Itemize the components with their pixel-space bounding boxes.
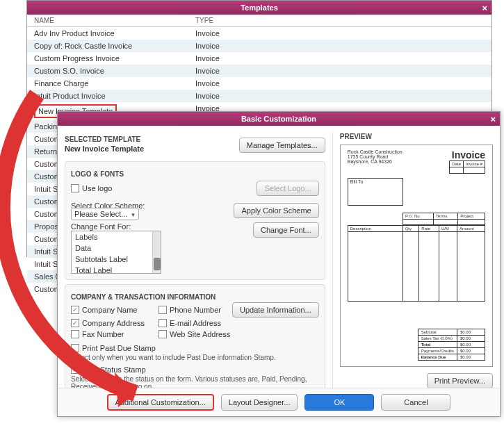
change-font-label: Change Font For: [71,222,161,231]
customization-titlebar: Basic Customization × [58,112,500,126]
font-listbox[interactable]: Labels Data Subtotals Label Total Label [71,231,161,274]
table-row[interactable]: Copy of: Rock Castle InvoiceInvoice [27,40,491,52]
layout-designer-button[interactable]: Layout Designer... [221,394,298,411]
list-item[interactable]: Labels [72,231,161,242]
additional-customization-button[interactable]: Additional Customization... [107,394,214,411]
template-name: New Invoice Template [65,145,235,153]
templates-title: Templates [241,3,278,12]
table-row[interactable]: Custom Progress InvoiceInvoice [27,52,491,65]
past-due-checkbox[interactable]: Print Past Due Stamp [71,344,319,352]
company-info-label: COMPANY & TRANSACTION INFORMATION [71,293,319,301]
preview-label: PREVIEW [340,133,493,140]
table-row[interactable]: Intuit Product InvoiceInvoice [27,90,491,102]
invoice-preview: Rock Castle Construction 1735 County Roa… [340,145,493,367]
cancel-button[interactable]: Cancel [381,394,450,411]
list-item[interactable]: Data [72,242,161,254]
dialog-footer: Additional Customization... Layout Desig… [58,388,500,416]
selected-template-label: SELECTED TEMPLATE [65,135,235,143]
manage-templates-button[interactable]: Manage Templates... [239,138,325,153]
apply-color-button[interactable]: Apply Color Scheme [234,203,318,218]
print-preview-button[interactable]: Print Preview... [427,373,493,388]
phone-checkbox[interactable]: Phone Number [158,306,228,314]
table-row[interactable]: Custom S.O. InvoiceInvoice [27,65,491,77]
logo-fonts-label: LOGO & FONTS [71,170,319,178]
status-stamp-checkbox[interactable]: ✓Print Status Stamp [71,365,319,374]
change-font-button[interactable]: Change Font... [253,222,319,238]
chevron-down-icon: ▼ [127,212,136,218]
basic-customization-window: Basic Customization × SELECTED TEMPLATE … [57,111,501,417]
website-checkbox[interactable]: Web Site Address [158,330,230,338]
table-row[interactable]: Adv Inv Product InvoiceInvoice [27,27,491,40]
col-name: NAME [34,17,195,24]
company-name-checkbox[interactable]: ✓Company Name [71,306,154,314]
company-address-checkbox[interactable]: ✓Company Address [71,319,154,327]
scrollbar[interactable] [152,231,161,273]
templates-titlebar: Templates × [27,1,491,15]
close-icon[interactable]: × [482,3,487,13]
list-item[interactable]: Total Label [72,265,161,274]
col-type: TYPE [195,17,485,24]
list-item[interactable]: Subtotals Label [72,254,161,265]
color-scheme-select[interactable]: Please Select...▼ [71,208,139,220]
select-logo-button[interactable]: Select Logo... [257,181,318,196]
customization-title: Basic Customization [241,115,316,123]
fax-checkbox[interactable]: Fax Number [71,330,154,338]
past-due-note: Select only when you want to include Pas… [71,354,319,361]
templates-header: NAME TYPE [27,15,491,27]
ok-button[interactable]: OK [304,394,374,411]
update-info-button[interactable]: Update Information... [232,302,319,318]
email-checkbox[interactable]: E-mail Address [158,319,221,327]
close-icon[interactable]: × [490,114,496,124]
table-row[interactable]: Finance ChargeInvoice [27,77,491,90]
use-logo-checkbox[interactable]: Use logo [71,184,112,192]
